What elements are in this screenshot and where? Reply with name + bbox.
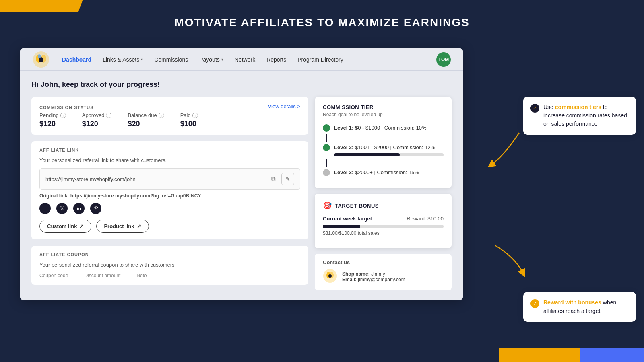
target-bonus-card: 🎯 TARGET BONUS Current week target Rewar…: [315, 194, 452, 248]
commission-status-header: COMMISSION STATUS View details >: [39, 103, 300, 111]
email-label: Email:: [342, 277, 357, 282]
dashboard-content: Hi John, keep track of your progress! CO…: [20, 71, 463, 300]
info-icon: i: [159, 113, 164, 118]
nav-commissions[interactable]: Commissions: [154, 56, 188, 63]
tier-dot-3: [323, 169, 330, 176]
chevron-down-icon: ▾: [221, 57, 223, 62]
tier-dot-1: [323, 124, 330, 132]
contact-row: Shop name: Jimmy Email: jimmy@company.co…: [323, 269, 444, 285]
avatar[interactable]: TOM: [436, 52, 451, 67]
commission-approved: Approved i $120: [82, 112, 112, 128]
nav-network[interactable]: Network: [235, 56, 255, 63]
external-link-icon: ↗: [79, 223, 84, 229]
coupon-code-col: Coupon code: [39, 273, 68, 278]
affiliate-link-card: AFFILIATE LINK Your personalized referra…: [31, 141, 308, 239]
coupon-columns: Coupon code Discount amount Note: [39, 273, 300, 278]
bonus-target-row: Current week target Reward: $10.00: [323, 216, 444, 222]
navbar: Dashboard Links & Assets ▾ Commissions P…: [20, 48, 463, 71]
original-link: Original link: https://jimmy-store.mysho…: [39, 193, 300, 199]
custom-link-button[interactable]: Custom link ↗: [39, 220, 91, 233]
affiliate-coupon-card: AFFILIATE COUPON Your personalized refer…: [31, 246, 308, 285]
commission-tier-subtitle: Reach goal to be leveled up: [323, 112, 444, 117]
copy-icon[interactable]: ⧉: [268, 173, 279, 185]
info-icon: i: [106, 113, 111, 118]
paid-label: Paid: [180, 112, 191, 118]
target-bonus-icon: 🎯: [323, 201, 332, 210]
pending-label: Pending: [39, 112, 59, 118]
level2-label: Level 2:: [334, 144, 353, 150]
edit-icon[interactable]: ✎: [281, 173, 294, 185]
orange-bottom-decoration: [499, 348, 580, 362]
bonus-reward-text: Reward: $10.00: [407, 216, 444, 222]
tier-connector-1: [326, 134, 327, 142]
nav-links-assets[interactable]: Links & Assets ▾: [103, 56, 143, 63]
discount-amount-col: Discount amount: [84, 273, 120, 278]
linkedin-icon[interactable]: in: [73, 203, 85, 214]
chevron-down-icon: ▾: [141, 57, 143, 62]
callout-commission-tiers: ✓ Use commission tiers to increase commi…: [523, 97, 636, 135]
twitter-icon[interactable]: 𝕏: [56, 203, 68, 214]
shop-email-line: Email: jimmy@company.com: [342, 277, 405, 282]
view-details-link[interactable]: View details >: [268, 103, 300, 109]
approved-value: $120: [82, 120, 112, 128]
commission-pending: Pending i $120: [39, 112, 66, 128]
callout2-header: ✓ Reward with bonuses when affiliates re…: [530, 298, 629, 315]
callout-reward-bonuses: ✓ Reward with bonuses when affiliates re…: [523, 292, 636, 322]
level3-label: Level 3:: [334, 169, 353, 175]
shop-email: jimmy@company.com: [358, 277, 405, 282]
shop-name-line: Shop name: Jimmy: [342, 271, 405, 277]
approved-label: Approved: [82, 112, 105, 118]
bonus-sales-text: $31.00/$100.00 total sales: [323, 230, 444, 236]
tier-level-3-text: Level 3: $2000+ | Commission: 15%: [334, 169, 419, 176]
product-link-button[interactable]: Product link ↗: [96, 220, 149, 233]
pinterest-icon[interactable]: 𝓟: [90, 203, 101, 214]
nav-payouts[interactable]: Payouts ▾: [199, 56, 223, 63]
commission-tier-card: COMMISSION TIER Reach goal to be leveled…: [315, 97, 452, 188]
nav-reports[interactable]: Reports: [266, 56, 286, 63]
tier-level-2-text: Level 2: $1001 - $2000 | Commission: 12%: [334, 144, 444, 156]
commission-tiers-highlight: commission tiers: [555, 104, 601, 110]
nav-links: Dashboard Links & Assets ▾ Commissions P…: [62, 56, 436, 63]
bonus-progress-fill: [323, 225, 360, 228]
bonus-header: 🎯 TARGET BONUS: [323, 201, 444, 210]
original-link-url: https://jimmy-store.myshopify.com?bg_ref…: [70, 193, 201, 199]
app-logo: [32, 51, 50, 68]
tier-dot-2: [323, 144, 330, 151]
callout1-header: ✓ Use commission tiers to increase commi…: [530, 103, 629, 128]
orange-stripe-decoration: [0, 0, 83, 12]
shop-name-label: Shop name:: [342, 271, 370, 277]
paid-value: $100: [180, 120, 198, 128]
tier-level-3: Level 3: $2000+ | Commission: 15%: [323, 169, 444, 176]
shop-logo: [323, 269, 337, 285]
affiliate-coupon-description: Your personalized referral coupon to sha…: [39, 262, 300, 268]
note-col: Note: [136, 273, 147, 278]
commission-status-card: COMMISSION STATUS View details > Pending…: [31, 97, 308, 135]
tier-connector-2: [326, 159, 327, 167]
current-week-target-label: Current week target: [323, 216, 372, 222]
blue-stripe-decoration: [572, 348, 644, 362]
bonus-progress-bar: [323, 225, 444, 228]
affiliate-link-description: Your personalized referral link to share…: [39, 157, 300, 163]
tier-level-1: Level 1: $0 - $1000 | Commission: 10%: [323, 124, 444, 132]
commission-balance-due: Balance due i $20: [128, 112, 164, 128]
commission-paid: Paid i $100: [180, 112, 198, 128]
nav-program-directory[interactable]: Program Directory: [297, 56, 343, 63]
facebook-icon[interactable]: f: [39, 203, 51, 214]
contact-info: Shop name: Jimmy Email: jimmy@company.co…: [342, 271, 405, 282]
contact-card: Contact us Shop name: Jimmy: [315, 254, 452, 290]
social-icons: f 𝕏 in 𝓟: [39, 203, 300, 214]
balance-due-label: Balance due: [128, 112, 157, 118]
link-buttons: Custom link ↗ Product link ↗: [39, 220, 300, 233]
commission-status-label: COMMISSION STATUS: [39, 105, 94, 110]
greeting: Hi John, keep track of your progress!: [31, 80, 452, 89]
info-icon: i: [192, 113, 198, 118]
page-title: MOTIVATE AFFILIATES TO MAXIMIZE EARNINGS: [0, 16, 644, 29]
callout1-check-icon: ✓: [530, 104, 539, 113]
nav-dashboard[interactable]: Dashboard: [62, 56, 91, 63]
svg-point-9: [328, 274, 332, 278]
original-link-label: Original link:: [39, 193, 69, 199]
commission-tier-title: COMMISSION TIER: [323, 104, 444, 110]
affiliate-coupon-label: AFFILIATE COUPON: [39, 252, 300, 257]
tier-progress-fill-2: [334, 153, 400, 156]
tier-level-1-text: Level 1: $0 - $1000 | Commission: 10%: [334, 124, 427, 131]
